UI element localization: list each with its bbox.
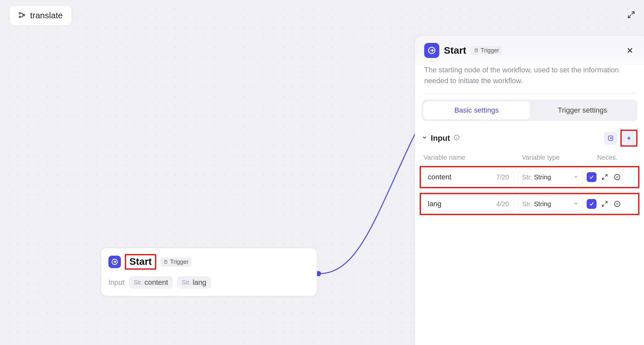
check-icon [589,201,595,207]
var-type-prefix: Str. [134,279,142,286]
var-name: lang [193,278,206,287]
highlight-box: Start [125,254,156,270]
tab-trigger-settings[interactable]: Trigger settings [530,101,636,119]
svg-point-2 [23,14,25,16]
highlight-box: content 7/20 Str. String [420,166,639,188]
col-variable-type: Variable type [522,154,597,161]
node-var-chip: Str. content [129,276,173,289]
trigger-badge: Trigger [160,257,192,267]
chevron-down-icon [573,200,578,208]
type-value: String [534,200,573,208]
remove-variable-button[interactable] [613,173,621,181]
necessary-checkbox[interactable] [587,199,597,209]
variable-name-value: content [428,173,496,181]
minus-circle-icon [614,200,621,208]
variable-type-select[interactable]: Str. String [518,196,583,212]
variable-row: content 7/20 Str. String [423,169,636,185]
info-icon [453,134,460,141]
svg-point-0 [19,12,21,14]
fullscreen-button[interactable] [626,10,636,20]
type-prefix: Str. [522,173,532,181]
variable-name-input[interactable]: content 7/20 [423,169,514,185]
type-value: String [534,173,573,181]
trigger-icon [474,48,479,53]
expand-variable-button[interactable] [600,173,609,181]
add-variable-button[interactable] [622,132,635,145]
trigger-badge-label: Trigger [170,259,188,265]
section-collapse-toggle[interactable] [422,135,427,142]
minus-circle-icon [614,173,621,181]
expand-variable-button[interactable] [600,200,609,208]
start-node[interactable]: Start Trigger Input Str. content Str. la… [101,248,317,296]
panel-trigger-badge-label: Trigger [481,47,499,54]
expand-icon [601,201,608,207]
panel-description: The starting node of the workflow, used … [424,64,635,94]
col-variable-name: Variable name [424,154,522,161]
section-info-button[interactable] [453,134,460,142]
variable-name-count: 7/20 [496,173,509,181]
plus-icon [626,135,632,141]
start-node-icon [108,256,121,268]
node-var-chip: Str. lang [177,276,211,289]
variable-type-select[interactable]: Str. String [518,169,583,185]
expand-icon [601,174,608,180]
var-type-prefix: Str. [182,279,191,286]
close-panel-button[interactable] [625,45,635,55]
var-name: content [144,278,168,287]
settings-tabs: Basic settings Trigger settings [422,100,637,121]
workflow-title-pill: translate [10,6,71,25]
necessary-checkbox[interactable] [587,172,597,182]
highlight-box: lang 4/20 Str. String [420,193,639,215]
workflow-name: translate [30,10,63,21]
node-title: Start [129,256,152,267]
close-icon [626,47,634,54]
svg-point-1 [19,16,21,18]
col-necessary: Neces. [597,154,635,161]
variable-name-count: 4/20 [496,200,509,208]
panel-trigger-badge: Trigger [471,46,502,55]
import-icon [607,135,614,141]
check-icon [589,174,595,180]
variable-name-value: lang [428,200,496,208]
trigger-icon [163,260,168,264]
node-config-panel: Start Trigger The starting node of the w… [415,35,644,345]
chevron-down-icon [422,135,427,140]
variable-row: lang 4/20 Str. String [423,196,636,212]
type-prefix: Str. [522,200,532,208]
workflow-icon [18,11,26,20]
variables-table-header: Variable name Variable type Neces. [422,154,637,161]
panel-start-icon [424,43,439,58]
section-title-input: Input [431,134,450,143]
import-variables-button[interactable] [604,132,617,145]
highlight-box [620,130,637,147]
panel-title: Start [444,45,466,56]
expand-icon [627,11,635,19]
node-input-label: Input [108,278,124,287]
remove-variable-button[interactable] [613,200,621,208]
variable-name-input[interactable]: lang 4/20 [423,196,514,212]
chevron-down-icon [573,173,578,181]
tab-basic-settings[interactable]: Basic settings [424,101,530,119]
